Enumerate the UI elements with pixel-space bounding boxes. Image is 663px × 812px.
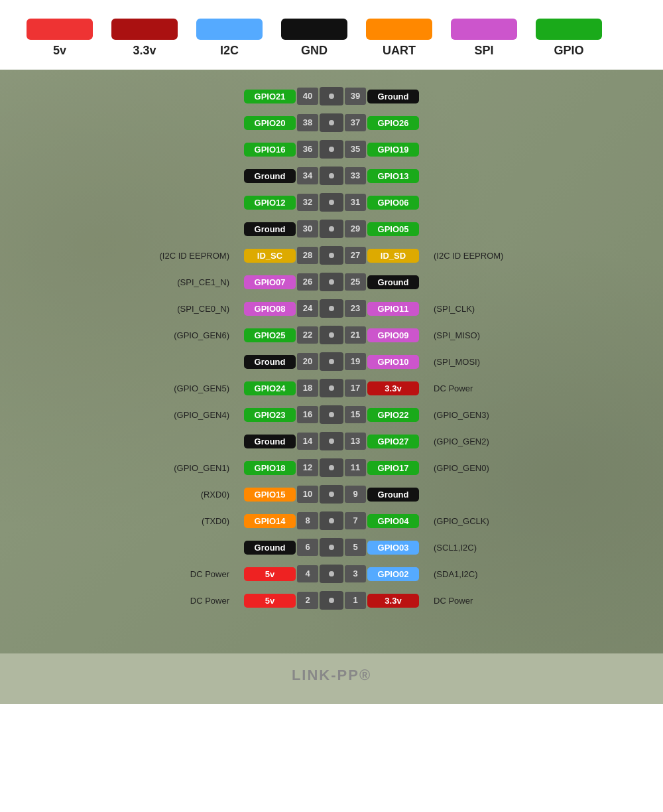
pin-dot <box>329 359 334 364</box>
right-badge-12: GPIO22 <box>367 408 431 422</box>
legend-label: 3.3v <box>133 44 156 58</box>
left-num-9: 22 <box>297 326 318 344</box>
connector-col <box>320 538 343 557</box>
right-pin-label-2: GPIO19 <box>367 143 419 157</box>
left-badge-11: GPIO24 <box>232 381 296 395</box>
legend-item-gpio: GPIO <box>536 19 602 58</box>
right-pin-label-7: Ground <box>367 275 419 289</box>
connector-1 <box>320 113 343 132</box>
left-badge-0: GPIO21 <box>232 90 296 103</box>
connector-col <box>320 273 343 291</box>
connector-col <box>320 405 343 424</box>
right-desc-14: (GPIO_GEN0) <box>431 463 547 473</box>
left-pin-label-9: GPIO25 <box>244 328 296 342</box>
left-badge-9: GPIO25 <box>232 328 296 342</box>
left-desc-8: (SPI_CE0_N) <box>116 304 232 314</box>
connector-11 <box>320 379 343 397</box>
pin-dot <box>329 492 334 497</box>
right-badge-0: Ground <box>367 90 431 103</box>
left-badge-17: Ground <box>232 541 296 555</box>
left-desc-16: (TXD0) <box>116 516 232 526</box>
left-pin-label-14: GPIO18 <box>244 461 296 475</box>
right-badge-15: Ground <box>367 488 431 502</box>
left-num-0: 40 <box>297 88 318 105</box>
right-pin-label-19: 3.3v <box>367 594 419 608</box>
connector-9 <box>320 326 343 344</box>
right-badge-10: GPIO10 <box>367 355 431 369</box>
pin-dot <box>329 147 334 152</box>
right-desc-9: (SPI_MISO) <box>431 330 547 340</box>
legend-label: GND <box>301 44 328 58</box>
connector-19 <box>320 591 343 610</box>
right-pin-label-3: GPIO13 <box>367 169 419 183</box>
left-num-7: 26 <box>297 273 318 291</box>
right-desc-10: (SPI_MOSI) <box>431 357 547 367</box>
pin-row: Ground 6 5 GPIO03 (SCL1,I2C) <box>0 534 663 561</box>
connector-col <box>320 299 343 318</box>
right-pin-label-1: GPIO26 <box>367 116 419 130</box>
connector-14 <box>320 458 343 477</box>
right-badge-14: GPIO17 <box>367 461 431 475</box>
legend-item-gnd: GND <box>281 19 347 58</box>
pin-row: (GPIO_GEN5) GPIO24 18 17 3.3v DC Power <box>0 375 663 401</box>
right-pin-label-11: 3.3v <box>367 381 419 395</box>
connector-col <box>320 458 343 477</box>
connector-col <box>320 485 343 504</box>
pin-dot <box>329 173 334 178</box>
left-pin-label-18: 5v <box>244 567 296 581</box>
left-badge-19: 5v <box>232 594 296 608</box>
connector-col <box>320 113 343 132</box>
connector-col <box>320 511 343 530</box>
right-badge-13: GPIO27 <box>367 435 431 448</box>
pin-dot <box>329 465 334 470</box>
pin-dot <box>329 94 334 99</box>
footer: LINK-PP® <box>0 653 663 704</box>
pin-row: (TXD0) GPIO14 8 7 GPIO04 (GPIO_GCLK) <box>0 508 663 534</box>
connector-col <box>320 140 343 159</box>
right-pin-label-8: GPIO11 <box>367 302 419 316</box>
pin-row: DC Power 5v 2 1 3.3v DC Power <box>0 587 663 614</box>
pin-dot <box>329 279 334 285</box>
right-badge-8: GPIO11 <box>367 302 431 316</box>
right-badge-5: GPIO05 <box>367 222 431 236</box>
pin-row: Ground 14 13 GPIO27 (GPIO_GEN2) <box>0 428 663 454</box>
pin-dot <box>329 200 334 205</box>
left-pin-label-3: Ground <box>244 169 296 183</box>
i2c-swatch <box>196 19 263 40</box>
connector-col <box>320 565 343 583</box>
left-num-19: 2 <box>297 592 318 609</box>
connector-col <box>320 379 343 397</box>
pin-row: (RXD0) GPIO15 10 9 Ground <box>0 481 663 508</box>
left-badge-6: ID_SC <box>232 249 296 263</box>
legend-item-5v: 5v <box>27 19 93 58</box>
right-badge-11: 3.3v <box>367 381 431 395</box>
pin-dot <box>329 439 334 444</box>
connector-5 <box>320 220 343 238</box>
legend-label: GPIO <box>554 44 583 58</box>
pin-row: DC Power 5v 4 3 GPIO02 (SDA1,I2C) <box>0 561 663 587</box>
left-pin-label-16: GPIO14 <box>244 514 296 528</box>
right-pin-label-14: GPIO17 <box>367 461 419 475</box>
right-pin-label-0: Ground <box>367 90 419 103</box>
left-desc-11: (GPIO_GEN5) <box>116 383 232 393</box>
right-pin-label-15: Ground <box>367 488 419 502</box>
connector-0 <box>320 87 343 105</box>
left-num-11: 18 <box>297 379 318 397</box>
right-num-7: 25 <box>345 273 366 291</box>
legend-item-33v: 3.3v <box>111 19 178 58</box>
right-num-11: 17 <box>345 379 366 397</box>
uart-swatch <box>366 19 432 40</box>
right-badge-3: GPIO13 <box>367 169 431 183</box>
left-pin-label-11: GPIO24 <box>244 381 296 395</box>
legend-label: SPI <box>474 44 493 58</box>
left-badge-1: GPIO20 <box>232 116 296 130</box>
left-num-3: 34 <box>297 167 318 184</box>
connector-15 <box>320 485 343 504</box>
right-num-5: 29 <box>345 220 366 237</box>
connector-col <box>320 591 343 610</box>
left-pin-label-4: GPIO12 <box>244 196 296 210</box>
gpio-swatch <box>536 19 602 40</box>
pin-dot <box>329 253 334 258</box>
pin-dot <box>329 226 334 232</box>
left-badge-15: GPIO15 <box>232 488 296 502</box>
